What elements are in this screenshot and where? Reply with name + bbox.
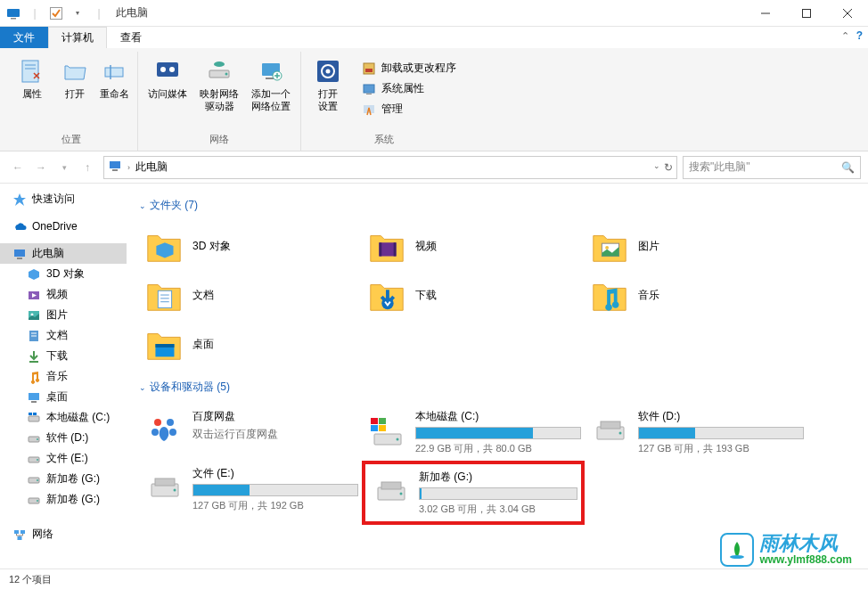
tab-view[interactable]: 查看: [107, 27, 155, 48]
svg-rect-81: [155, 479, 175, 486]
folder-tile-1[interactable]: 视频: [362, 222, 585, 271]
documents-folder-icon: [143, 274, 185, 317]
svg-rect-52: [14, 530, 19, 534]
access-media-button[interactable]: 访问媒体: [143, 55, 192, 102]
svg-point-59: [605, 246, 609, 250]
folder-tile-5[interactable]: 音乐: [585, 271, 807, 320]
nav-recent-button[interactable]: ▾: [53, 157, 75, 178]
pc-icon: [12, 247, 27, 261]
nav-up-button[interactable]: ↑: [77, 157, 98, 178]
drive-tile-4[interactable]: 新加卷 (G:)3.02 GB 可用，共 3.04 GB: [362, 461, 585, 525]
svg-rect-72: [379, 418, 386, 424]
nav-back-button[interactable]: ←: [7, 157, 29, 178]
uninstall-button[interactable]: 卸载或更改程序: [356, 59, 462, 78]
content: ⌄ 文件夹 (7) 3D 对象视频图片文档下载音乐桌面 ⌄ 设备和驱动器 (5)…: [127, 184, 868, 569]
drive-status: 127 GB 可用，共 192 GB: [192, 499, 358, 512]
svg-rect-1: [11, 18, 16, 20]
drive-usage-bar: [419, 487, 577, 500]
window-controls: [745, 0, 868, 27]
sidebar-item-3[interactable]: 3D 对象: [0, 264, 127, 284]
svg-rect-26: [366, 94, 372, 94]
manage-button[interactable]: 管理: [356, 100, 462, 119]
music-folder-icon: [588, 274, 631, 317]
svg-rect-54: [18, 536, 22, 540]
add-location-label: 添加一个 网络位置: [251, 87, 291, 112]
search-icon[interactable]: 🔍: [841, 161, 855, 174]
map-drive-button[interactable]: 映射网络 驱动器: [195, 55, 243, 114]
ribbon-collapse-button[interactable]: ⌃: [841, 30, 849, 42]
folder-tile-0[interactable]: 3D 对象: [139, 222, 362, 271]
open-settings-label: 打开 设置: [318, 87, 338, 112]
breadcrumb[interactable]: 此电脑: [135, 160, 168, 175]
drive-status: 3.02 GB 可用，共 3.04 GB: [419, 503, 577, 516]
sidebar-item-1[interactable]: OneDrive: [0, 217, 127, 236]
sidebar-item-12[interactable]: 文件 (E:): [0, 448, 127, 469]
close-button[interactable]: [827, 0, 868, 27]
sidebar-item-label: 新加卷 (G:): [46, 471, 100, 487]
ribbon-group-label-system: 系统: [374, 130, 394, 151]
ribbon-collapse-area: ⌃ ?: [841, 29, 863, 42]
qat-checkbox-icon[interactable]: [48, 5, 64, 21]
svg-point-85: [400, 493, 403, 495]
music-icon: [27, 370, 41, 384]
rename-button[interactable]: 重命名: [96, 55, 132, 102]
manage-icon: [362, 102, 376, 117]
nav-forward-button[interactable]: →: [30, 157, 52, 178]
folder-tile-6[interactable]: 桌面: [139, 320, 362, 369]
folder-tile-3[interactable]: 文档: [139, 271, 362, 320]
help-button[interactable]: ?: [856, 29, 863, 42]
drive-tile-3[interactable]: 文件 (E:)127 GB 可用，共 192 GB: [139, 461, 362, 525]
svg-rect-73: [371, 425, 378, 431]
sidebar-item-13[interactable]: 新加卷 (G:): [0, 469, 127, 489]
drive-tile-2[interactable]: 软件 (D:)127 GB 可用，共 193 GB: [585, 404, 807, 461]
minimize-button[interactable]: [745, 0, 786, 27]
address-input[interactable]: › 此电脑 ⌄ ↻: [103, 156, 677, 179]
system-properties-button[interactable]: 系统属性: [356, 79, 462, 98]
qat: | ▾ |: [0, 5, 107, 21]
drive-c-drive-icon: [365, 409, 408, 452]
svg-point-14: [169, 67, 175, 72]
3d-icon: [27, 267, 41, 282]
sidebar-item-0[interactable]: 快速访问: [0, 189, 127, 209]
ribbon-group-system: 打开 设置 卸载或更改程序 系统属性 管理 系统: [301, 52, 467, 151]
svg-point-22: [326, 70, 331, 74]
properties-button[interactable]: 属性: [11, 55, 53, 102]
sidebar-item-4[interactable]: 视频: [0, 284, 127, 305]
qat-dropdown-icon[interactable]: ▾: [70, 5, 86, 21]
open-settings-button[interactable]: 打开 设置: [307, 55, 349, 114]
sidebar-item-14[interactable]: 新加卷 (G:): [0, 489, 127, 510]
add-location-button[interactable]: 添加一个 网络位置: [247, 55, 295, 114]
folders-section-header[interactable]: ⌄ 文件夹 (7): [139, 198, 856, 213]
sidebar-item-label: 网络: [32, 527, 53, 542]
refresh-button[interactable]: ↻: [664, 161, 673, 174]
search-input[interactable]: 搜索"此电脑" 🔍: [683, 156, 861, 179]
sidebar-item-10[interactable]: 本地磁盘 (C:): [0, 407, 127, 428]
sidebar-item-2[interactable]: 此电脑: [0, 243, 127, 264]
sidebar-item-8[interactable]: 音乐: [0, 366, 127, 387]
sidebar-item-6[interactable]: 文档: [0, 325, 127, 346]
folder-tile-2[interactable]: 图片: [585, 222, 807, 271]
sidebar-item-5[interactable]: 图片: [0, 305, 127, 325]
sidebar-item-7[interactable]: 下载: [0, 346, 127, 366]
star-icon: [12, 192, 27, 207]
maximize-button[interactable]: [786, 0, 827, 27]
svg-rect-7: [22, 61, 38, 82]
drive-tile-1[interactable]: 本地磁盘 (C:)22.9 GB 可用，共 80.0 GB: [362, 404, 585, 461]
chevron-right-icon[interactable]: ›: [127, 163, 130, 172]
folder-tile-4[interactable]: 下载: [362, 271, 585, 320]
sidebar-item-15[interactable]: 网络: [0, 524, 127, 544]
drive-name: 新加卷 (G:): [419, 470, 577, 485]
chevron-down-icon: ⌄: [139, 383, 146, 392]
svg-point-67: [154, 419, 161, 426]
open-button[interactable]: 打开: [57, 55, 93, 102]
drive-tile-0[interactable]: 百度网盘双击运行百度网盘: [139, 404, 362, 461]
tab-computer[interactable]: 计算机: [48, 27, 107, 48]
drives-section-header[interactable]: ⌄ 设备和驱动器 (5): [139, 380, 856, 395]
chevron-down-icon: ⌄: [139, 201, 146, 210]
sidebar-item-9[interactable]: 桌面: [0, 387, 127, 407]
folder-label: 桌面: [192, 337, 214, 352]
address-dropdown-icon[interactable]: ⌄: [653, 161, 660, 174]
sidebar-item-11[interactable]: 软件 (D:): [0, 428, 127, 448]
sidebar-item-label: 此电脑: [32, 246, 64, 261]
tab-file[interactable]: 文件: [0, 27, 48, 48]
